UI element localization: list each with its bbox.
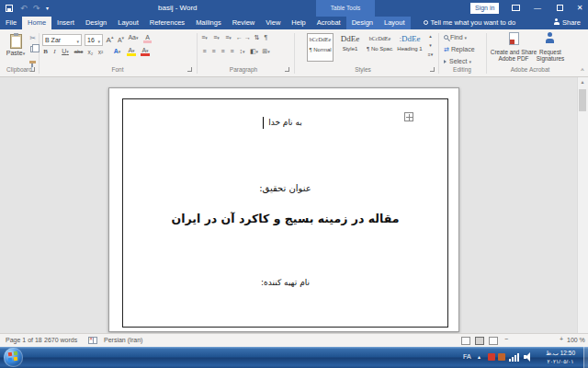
bullets-icon[interactable]: ≡▾ (199, 34, 209, 40)
tab-layout[interactable]: Layout (112, 17, 144, 29)
tray-icon-2[interactable] (498, 353, 505, 361)
borders-icon[interactable]: ⊞▾ (261, 48, 271, 55)
clock-time: 12:50 ب.ظ (538, 349, 582, 358)
vertical-scrollbar[interactable] (577, 77, 588, 333)
collapse-ribbon-icon[interactable]: ^ (578, 66, 587, 75)
sign-in-button[interactable]: Sign in (470, 3, 499, 14)
pilcrow-icon[interactable]: ¶ (261, 34, 271, 40)
style-card-no-spacing[interactable]: bCcDdEe ¶ No Spac... (367, 33, 393, 62)
styles-gallery-more-icon[interactable]: ≡▾ (425, 52, 435, 57)
tab-design[interactable]: Design (80, 17, 112, 29)
redo-icon[interactable]: ↷ (33, 0, 40, 17)
print-layout-icon[interactable] (475, 337, 484, 345)
clipboard-dialog-launcher[interactable] (30, 67, 35, 72)
tab-insert[interactable]: Insert (51, 17, 80, 29)
numbering-icon[interactable]: ≡▾ (211, 34, 221, 40)
group-divider (486, 33, 487, 74)
proofing-errors-icon[interactable] (88, 336, 97, 344)
subject-label-line[interactable]: عنوان تحقیق: (122, 183, 448, 193)
tab-references[interactable]: References (144, 17, 190, 29)
speaker-icon[interactable] (524, 352, 532, 362)
language-indicator[interactable]: Persian (Iran) (104, 337, 142, 343)
network-icon[interactable] (509, 352, 518, 362)
styles-dialog-launcher[interactable] (430, 67, 435, 72)
document-title-line[interactable]: مقاله در زمینه بسیج و کاکرد آن در ایران (122, 212, 448, 225)
shrink-font-button[interactable]: A▾ (116, 35, 126, 43)
restore-button[interactable] (551, 0, 568, 17)
search-icon (444, 35, 448, 40)
tab-help[interactable]: Help (286, 17, 311, 29)
tab-table-layout[interactable]: Layout (379, 17, 411, 29)
tab-mailings[interactable]: Mailings (190, 17, 227, 29)
find-button[interactable]: Find ▾ (444, 34, 467, 40)
request-signatures-button[interactable]: Request Signatures (526, 32, 575, 62)
save-icon[interactable] (6, 0, 13, 17)
styles-scroll-down-icon[interactable]: ▾ (425, 42, 435, 48)
text-effects-button[interactable]: A▾ (112, 48, 122, 54)
bismillah-line[interactable]: به نام خدا (122, 118, 448, 127)
tab-acrobat[interactable]: Acrobat (311, 17, 346, 29)
tab-review[interactable]: Review (227, 17, 261, 29)
font-size-combo[interactable]: 16▾ (85, 34, 103, 46)
styles-scroll-up-icon[interactable]: ▴ (425, 33, 435, 39)
strikethrough-button[interactable]: abc (74, 49, 84, 54)
font-dialog-launcher[interactable] (187, 67, 192, 72)
copy-icon[interactable] (28, 46, 38, 53)
tab-home[interactable]: Home (22, 17, 51, 29)
undo-icon[interactable]: ↶ (20, 0, 28, 17)
highlight-color-button[interactable]: A▾ (127, 47, 136, 56)
adobe-pdf-icon (509, 32, 519, 45)
word-count[interactable]: 2670 words (44, 337, 77, 343)
tray-icon-1[interactable] (488, 353, 495, 361)
zoom-in-button[interactable]: + (560, 336, 563, 342)
share-button[interactable]: Share (554, 17, 581, 29)
style-card-style1[interactable]: DdEe Style1 (336, 33, 364, 62)
tab-file[interactable]: File (0, 17, 22, 29)
minimize-button[interactable]: — (529, 0, 546, 17)
status-bar: Page 1 of 18 2670 words Persian (Iran) −… (0, 333, 588, 347)
line-spacing-icon[interactable]: ↕▾ (237, 48, 247, 54)
tab-view[interactable]: View (260, 17, 286, 29)
author-label-line[interactable]: نام تهیه کننده: (122, 278, 448, 287)
paragraph-dialog-launcher[interactable] (285, 67, 289, 72)
lightbulb-icon (424, 20, 428, 25)
grow-font-button[interactable]: A▴ (105, 34, 115, 44)
style-preview: :DdEe (395, 33, 424, 45)
zoom-out-button[interactable]: − (504, 336, 508, 342)
paragraph-group-label: Paragraph (216, 66, 271, 73)
cut-icon[interactable]: ✂ (28, 34, 38, 42)
style-preview: bCcDdEe (367, 33, 393, 45)
show-hidden-icons-icon[interactable]: ▲ (477, 354, 481, 360)
multilevel-list-icon[interactable]: ≡▾ (223, 34, 233, 40)
style-card-heading1[interactable]: :DdEe Heading 1 (395, 33, 424, 62)
scrollbar-thumb[interactable] (579, 89, 586, 111)
clock[interactable]: 12:50 ب.ظ ۲۰۲۱/۰۵/۰۱ (538, 349, 582, 366)
justify-icon[interactable]: ≡ (227, 48, 237, 54)
ribbon-display-options-icon[interactable] (507, 0, 524, 17)
tell-me-box[interactable]: Tell me what you want to do (424, 17, 516, 29)
page-indicator[interactable]: Page 1 of 18 (6, 337, 42, 343)
format-painter-icon[interactable] (28, 58, 38, 64)
language-button[interactable]: FA (463, 353, 471, 360)
customize-quick-access-icon[interactable]: ▾ (46, 0, 49, 17)
font-color-button[interactable]: A▾ (141, 47, 150, 56)
replace-button[interactable]: ⇄Replace (444, 46, 475, 53)
underline-button[interactable]: U▾ (59, 48, 72, 54)
read-mode-icon[interactable] (461, 337, 470, 345)
scroll-up-icon[interactable]: ▲ (577, 79, 588, 85)
shading-icon[interactable]: ◧▾ (249, 48, 259, 55)
start-button[interactable] (4, 348, 23, 367)
close-button[interactable]: ✕ (571, 0, 588, 17)
clear-formatting-button[interactable]: A (143, 34, 152, 43)
tab-table-design[interactable]: Design (346, 17, 379, 29)
zoom-level[interactable]: 100 % (567, 337, 585, 343)
superscript-button[interactable]: x² (96, 49, 106, 55)
subscript-button[interactable]: x₂ (85, 49, 96, 55)
show-desktop-button[interactable] (583, 347, 588, 368)
web-layout-icon[interactable] (489, 337, 498, 345)
change-case-button[interactable]: Aa▾ (127, 34, 140, 40)
style-card-normal[interactable]: bCcDdEe ¶ Normal (307, 33, 334, 62)
font-family-combo[interactable]: B Zar▾ (42, 34, 82, 46)
replace-icon: ⇄ (444, 46, 449, 52)
select-button[interactable]: Select ▾ (444, 58, 471, 64)
